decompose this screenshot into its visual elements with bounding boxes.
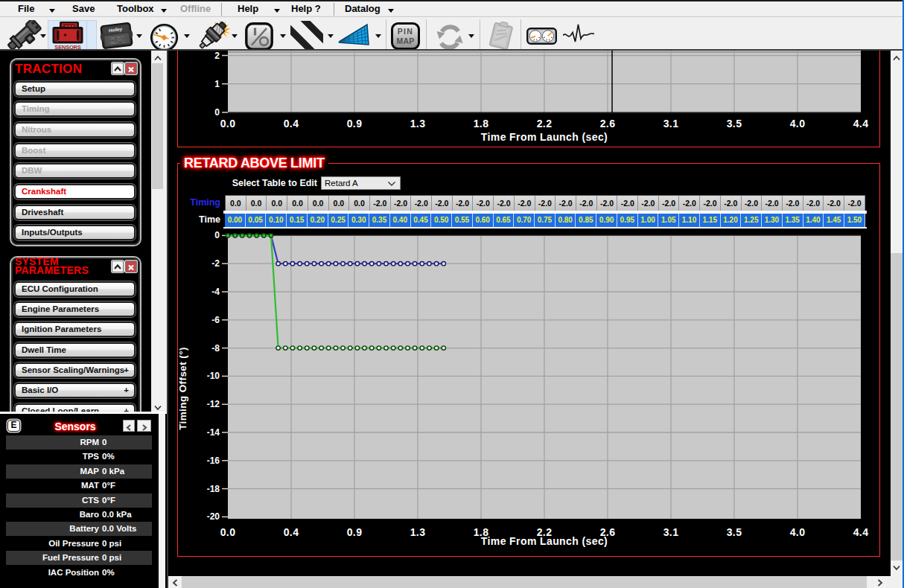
svg-text:0.4: 0.4	[284, 526, 299, 538]
svg-text:-6: -6	[211, 315, 220, 325]
svg-text:0.4: 0.4	[284, 118, 299, 130]
svg-text:Timing Offset (°): Timing Offset (°)	[179, 347, 188, 430]
svg-text:PIN: PIN	[398, 27, 414, 36]
svg-text:EFI: EFI	[108, 34, 126, 47]
svg-text:3.5: 3.5	[727, 118, 742, 130]
svg-text:0.0: 0.0	[220, 526, 236, 538]
svg-text:-8: -8	[211, 343, 220, 354]
svg-text:4.0: 4.0	[790, 526, 806, 538]
svg-text:1.3: 1.3	[410, 118, 426, 130]
svg-text:-14: -14	[207, 427, 220, 438]
svg-text:-18: -18	[207, 484, 220, 494]
svg-text:1.8: 1.8	[474, 118, 489, 130]
svg-text:-12: -12	[207, 399, 220, 409]
svg-text:2.6: 2.6	[600, 118, 616, 130]
svg-text:-2: -2	[211, 258, 220, 269]
svg-text:-16: -16	[207, 456, 220, 466]
svg-text:3.1: 3.1	[663, 526, 679, 538]
svg-text:3.1: 3.1	[663, 118, 679, 130]
svg-text:0.0: 0.0	[220, 118, 236, 130]
svg-text:-20: -20	[207, 511, 220, 522]
svg-text:2: 2	[214, 51, 220, 61]
svg-text:-10: -10	[207, 371, 220, 381]
svg-text:4.4: 4.4	[853, 118, 869, 130]
svg-text:Time From Launch (sec): Time From Launch (sec)	[481, 131, 608, 143]
svg-text:MAP: MAP	[396, 36, 414, 45]
svg-text:0: 0	[214, 107, 220, 118]
svg-text:3.5: 3.5	[727, 526, 742, 538]
svg-text:1: 1	[214, 79, 220, 89]
svg-text:4.0: 4.0	[790, 118, 806, 130]
svg-text:2.2: 2.2	[537, 118, 553, 130]
svg-text:0.9: 0.9	[347, 526, 363, 538]
svg-text:Time From Launch (sec): Time From Launch (sec)	[481, 535, 608, 547]
svg-text:0.9: 0.9	[347, 118, 363, 130]
svg-text:4.4: 4.4	[853, 526, 869, 538]
svg-text:-4: -4	[211, 287, 220, 297]
svg-text:1.3: 1.3	[410, 526, 426, 538]
svg-text:0: 0	[214, 231, 220, 240]
